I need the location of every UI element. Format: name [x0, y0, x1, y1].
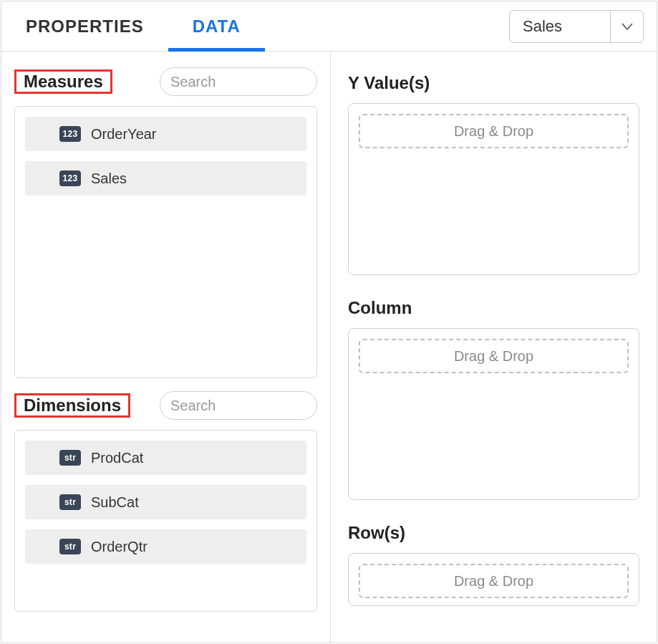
numeric-type-icon: 123: [59, 170, 81, 186]
rows-dropzone[interactable]: Drag & Drop: [348, 553, 639, 606]
rows-title: Row(s): [348, 523, 639, 543]
tabs: PROPERTIES DATA: [1, 1, 509, 51]
dimensions-header: Dimensions: [14, 391, 317, 420]
y-values-placeholder: Drag & Drop: [359, 114, 629, 148]
dimensions-title-highlight: Dimensions: [14, 393, 130, 418]
measure-label: OrderYear: [91, 126, 157, 143]
column-dropzone[interactable]: Drag & Drop: [348, 328, 639, 500]
measures-title: Measures: [19, 70, 107, 92]
string-type-icon: str: [59, 450, 81, 466]
dimension-label: ProdCat: [91, 450, 143, 466]
rows-placeholder: Drag & Drop: [359, 564, 629, 598]
dimensions-search[interactable]: [160, 391, 317, 420]
dimensions-search-input[interactable]: [170, 398, 331, 414]
dimensions-title: Dimensions: [19, 394, 125, 416]
tab-properties[interactable]: PROPERTIES: [1, 1, 168, 51]
dimensions-list: str ProdCat str SubCat str OrderQtr: [14, 430, 317, 612]
measure-label: Sales: [91, 170, 127, 187]
y-values-dropzone[interactable]: Drag & Drop: [348, 103, 639, 275]
dimension-item[interactable]: str ProdCat: [25, 441, 306, 475]
numeric-type-icon: 123: [59, 126, 81, 142]
drag-drop-label: Drag & Drop: [454, 123, 533, 140]
top-bar: PROPERTIES DATA Sales: [1, 1, 657, 52]
dimension-label: SubCat: [91, 494, 139, 511]
content: Measures 123 OrderYear 123 Sales: [1, 52, 657, 643]
string-type-icon: str: [59, 494, 81, 510]
fields-column: Measures 123 OrderYear 123 Sales: [1, 52, 331, 643]
drag-drop-label: Drag & Drop: [454, 573, 533, 590]
tab-properties-label: PROPERTIES: [26, 16, 144, 37]
column-placeholder: Drag & Drop: [359, 339, 629, 373]
measure-item[interactable]: 123 Sales: [25, 161, 306, 196]
measures-search-input[interactable]: [170, 74, 331, 90]
tab-data[interactable]: DATA: [168, 1, 265, 51]
data-panel: PROPERTIES DATA Sales Measures: [1, 1, 657, 643]
column-title: Column: [348, 298, 639, 318]
dropzones-column: Y Value(s) Drag & Drop Column Drag & Dro…: [331, 52, 657, 643]
dataset-selector-wrap: Sales: [509, 1, 657, 51]
dimension-item[interactable]: str OrderQtr: [25, 529, 306, 564]
string-type-icon: str: [59, 539, 81, 554]
measures-title-highlight: Measures: [14, 69, 112, 94]
tab-data-label: DATA: [193, 16, 241, 37]
dataset-selector[interactable]: Sales: [509, 10, 644, 43]
measures-search[interactable]: [160, 67, 317, 96]
chevron-down-icon: [620, 19, 634, 34]
dataset-selector-value: Sales: [510, 17, 610, 36]
dimension-label: OrderQtr: [91, 539, 147, 555]
measure-item[interactable]: 123 OrderYear: [25, 117, 306, 151]
measures-header: Measures: [14, 67, 317, 96]
dataset-selector-toggle[interactable]: [610, 11, 643, 42]
drag-drop-label: Drag & Drop: [454, 348, 533, 365]
y-values-title: Y Value(s): [348, 73, 639, 93]
dimension-item[interactable]: str SubCat: [25, 485, 306, 519]
measures-list: 123 OrderYear 123 Sales: [14, 106, 317, 378]
